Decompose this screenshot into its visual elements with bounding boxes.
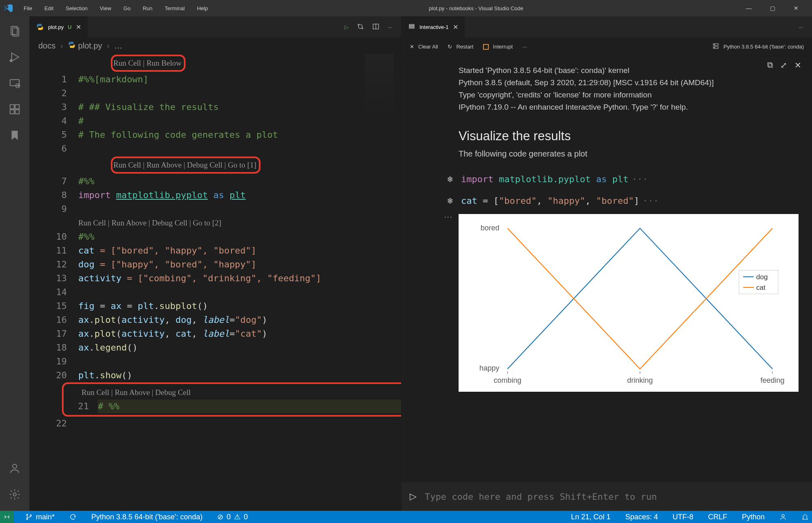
line-number: 14 — [29, 285, 78, 299]
kernel-selector[interactable]: Python 3.8.5 64-bit ('base': conda) — [712, 42, 804, 51]
expand-icon[interactable]: ⤢ — [780, 60, 787, 70]
output-subtext: The following code generates a plot — [402, 149, 812, 168]
account-icon[interactable] — [5, 459, 24, 478]
tab-close-icon[interactable]: ✕ — [76, 23, 81, 31]
executed-cell[interactable]: ❄ cat = ["bored", "happy", "bored"]··· — [402, 190, 812, 212]
code-text: ax.plot(activity, dog, label="dog") — [78, 313, 401, 327]
line-number: 3 — [29, 100, 78, 114]
breadcrumb[interactable]: docs › plot.py › … — [29, 38, 401, 54]
tab-interactive[interactable]: Interactive-1 ✕ — [402, 16, 465, 38]
svg-point-30 — [26, 514, 28, 515]
menu-view[interactable]: View — [95, 3, 116, 14]
settings-gear-icon[interactable] — [5, 485, 24, 504]
plot-output: bored happy combing drinking feeding — [459, 214, 799, 392]
tab-close-icon[interactable]: ✕ — [453, 23, 458, 31]
codelens-run-cell[interactable]: Run Cell | Run Above | Debug Cell | Go t… — [113, 161, 256, 169]
cursor-position[interactable]: Ln 21, Col 1 — [568, 513, 614, 521]
maximize-button[interactable]: ▢ — [763, 0, 782, 16]
menu-file[interactable]: File — [19, 3, 37, 14]
extensions-icon[interactable] — [5, 99, 24, 119]
close-icon: ✕ — [410, 44, 414, 50]
cell-status-icon: ❄ — [444, 174, 456, 184]
activity-bar — [0, 16, 29, 511]
tab-title: Interactive-1 — [419, 24, 449, 30]
breadcrumb-folder[interactable]: docs — [38, 41, 55, 50]
code-text: import matplotlib.pyplot as plt — [78, 188, 401, 202]
line-number: 5 — [29, 128, 78, 142]
interrupt-button[interactable]: Interrupt — [483, 44, 512, 50]
codelens-run-cell[interactable]: Run Cell | Run Below — [113, 59, 181, 67]
copy-icon[interactable]: ⧉ — [767, 60, 773, 70]
run-file-icon[interactable]: ▷ — [344, 24, 349, 30]
more-actions-icon[interactable]: ··· — [388, 24, 392, 30]
clear-all-button[interactable]: ✕Clear All — [410, 44, 438, 50]
code-text: #%%[markdown] — [78, 74, 148, 84]
feedback-icon[interactable] — [776, 513, 790, 521]
problems-indicator[interactable]: ⊘0 ⚠0 — [214, 512, 251, 521]
compare-changes-icon[interactable] — [357, 23, 364, 31]
code-text: dog = ["happy", "bored", "happy"] — [78, 258, 401, 271]
svg-point-13 — [362, 28, 363, 29]
tab-filename: plot.py — [48, 24, 64, 30]
bookmark-icon[interactable] — [5, 126, 24, 145]
line-number: 16 — [29, 313, 78, 327]
line-chart: bored happy combing drinking feeding — [459, 214, 799, 392]
vscode-logo-icon — [3, 3, 14, 13]
language-mode[interactable]: Python — [739, 513, 768, 521]
explorer-icon[interactable] — [5, 21, 24, 41]
line-number: 10 — [29, 230, 78, 244]
line-number: 18 — [29, 341, 78, 355]
svg-rect-4 — [10, 79, 20, 86]
window-controls: ― ▢ ✕ — [739, 0, 809, 16]
code-text: plt.show() — [78, 369, 401, 382]
breadcrumb-trail[interactable]: … — [114, 41, 122, 50]
interactive-code-input[interactable] — [425, 492, 804, 502]
restart-button[interactable]: ↻Restart — [448, 44, 473, 50]
code-text: # ## Visualize the results — [78, 102, 218, 112]
output-heading: Visualize the results — [402, 117, 812, 149]
executed-cell[interactable]: ❄ import matplotlib.pyplot as plt··· — [402, 168, 812, 190]
menu-help[interactable]: Help — [192, 3, 213, 14]
cell-more-icon[interactable]: ··· — [444, 212, 452, 222]
code-text: # — [78, 116, 84, 126]
encoding[interactable]: UTF-8 — [669, 513, 697, 521]
remote-explorer-icon[interactable] — [5, 73, 24, 93]
more-actions-icon[interactable]: ··· — [799, 24, 803, 30]
editor-group-left: plot.py U ✕ ▷ ··· docs › plot.py — [29, 16, 401, 511]
svg-point-11 — [13, 493, 16, 496]
indentation[interactable]: Spaces: 4 — [622, 513, 661, 521]
eol[interactable]: CRLF — [705, 513, 730, 521]
menu-go[interactable]: Go — [119, 3, 135, 14]
close-button[interactable]: ✕ — [787, 0, 805, 16]
minimize-button[interactable]: ― — [739, 0, 758, 16]
interactive-tab-icon — [408, 23, 415, 31]
run-debug-icon[interactable] — [5, 47, 24, 67]
line-number: 1 — [29, 73, 78, 86]
menu-edit[interactable]: Edit — [40, 3, 58, 14]
menu-terminal[interactable]: Terminal — [160, 3, 190, 14]
editor-actions: ▷ ··· — [344, 23, 401, 31]
xtick-feeding: feeding — [760, 376, 784, 384]
python-interpreter[interactable]: Python 3.8.5 64-bit ('base': conda) — [88, 513, 206, 521]
breadcrumb-file[interactable]: plot.py — [78, 41, 102, 50]
split-editor-icon[interactable] — [372, 23, 380, 31]
line-number: 21 — [65, 399, 98, 413]
xtick-combing: combing — [494, 376, 521, 384]
remote-indicator[interactable] — [0, 511, 14, 523]
tab-plot-py[interactable]: plot.py U ✕ — [29, 16, 88, 38]
sync-button[interactable] — [66, 513, 80, 521]
menu-selection[interactable]: Selection — [61, 3, 92, 14]
git-branch[interactable]: main* — [22, 513, 58, 521]
kernel-info-line: IPython 7.19.0 -- An enhanced Interactiv… — [459, 101, 792, 113]
interactive-output[interactable]: ⧉ ⤢ ✕ Started 'Python 3.8.5 64-bit ('bas… — [402, 56, 812, 482]
codelens-run-cell[interactable]: Run Cell | Run Above | Debug Cell — [65, 386, 401, 399]
line-number: 4 — [29, 114, 78, 128]
codelens-run-cell[interactable]: Run Cell | Run Above | Debug Cell | Go t… — [29, 216, 401, 230]
code-editor[interactable]: Run Cell | Run Below 1#%%[markdown] 2 3#… — [29, 54, 401, 511]
close-output-icon[interactable]: ✕ — [794, 60, 801, 70]
notifications-icon[interactable] — [798, 513, 812, 521]
toolbar-more-icon[interactable]: ··· — [523, 44, 527, 50]
ytick-happy: happy — [479, 364, 499, 372]
run-input-icon[interactable]: ▷ — [410, 491, 417, 502]
menu-run[interactable]: Run — [138, 3, 157, 14]
